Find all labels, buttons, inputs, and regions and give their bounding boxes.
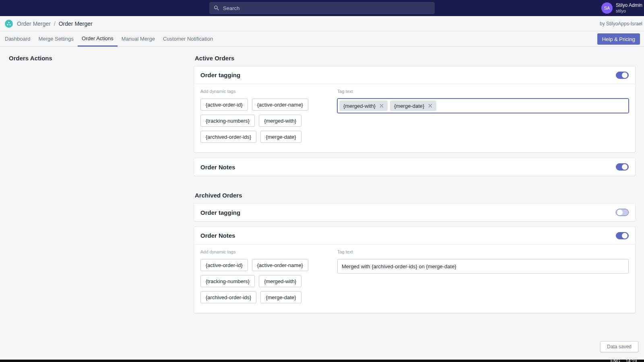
label-add-dynamic-tags: Add dynamic tags [200, 89, 321, 94]
search-icon [213, 5, 220, 11]
page-title: Orders Actions [9, 55, 182, 62]
label-tag-text: Tag text [337, 249, 629, 254]
card-archived-order-notes: Order Notes Add dynamic tags {active-ord… [194, 227, 635, 313]
tag-archived-order-ids[interactable]: {archived-order-ids} [200, 291, 256, 303]
user-name: Stilyo Admin [616, 3, 642, 8]
tab-order-actions[interactable]: Order Actions [78, 31, 118, 47]
toggle-active-notes[interactable] [616, 163, 629, 171]
help-pricing-button[interactable]: Help & Pricing [597, 33, 640, 45]
top-navbar: SA Stilyo Admin stilyo [0, 0, 644, 16]
token-merge-date: {merge-date} [390, 101, 436, 111]
tag-merged-with[interactable]: {merged-with} [259, 275, 301, 287]
close-icon[interactable] [378, 102, 385, 109]
tag-active-order-id[interactable]: {active-order-id} [200, 99, 248, 111]
toggle-active-tagging[interactable] [616, 72, 629, 79]
tag-merged-with[interactable]: {merged-with} [259, 115, 301, 127]
tag-text-input[interactable] [337, 259, 629, 274]
os-taskbar: ENG 14:19 [0, 360, 644, 362]
toggle-archived-notes[interactable] [616, 232, 629, 239]
card-active-order-notes: Order Notes [194, 158, 635, 176]
tag-tracking-numbers[interactable]: {tracking-numbers} [200, 275, 255, 287]
breadcrumb-row: Order Merger / Order Merger by StilyoApp… [0, 16, 644, 31]
card-active-order-tagging: Order tagging Add dynamic tags {active-o… [194, 66, 635, 152]
breadcrumb-current: Order Merger [59, 21, 93, 27]
card-title: Order Notes [200, 232, 235, 239]
tab-customer-notification[interactable]: Customer Notification [159, 31, 217, 47]
global-search[interactable] [209, 2, 435, 14]
tag-text-input[interactable]: {merged-with} {merge-date} [337, 99, 629, 113]
tab-dashboard[interactable]: Dashboard [5, 31, 35, 47]
user-menu[interactable]: SA Stilyo Admin stilyo [601, 0, 642, 16]
tag-active-order-id[interactable]: {active-order-id} [200, 259, 248, 271]
svg-point-2 [10, 24, 11, 25]
tag-active-order-name[interactable]: {active-order-name} [252, 259, 308, 271]
user-subtitle: stilyo [616, 8, 642, 14]
label-tag-text: Tag text [337, 89, 629, 94]
token-merged-with: {merged-with} [339, 101, 388, 111]
tag-merge-date[interactable]: {merge-date} [260, 131, 301, 143]
tag-archived-order-ids[interactable]: {archived-order-ids} [200, 131, 256, 143]
tag-merge-date[interactable]: {merge-date} [260, 291, 301, 303]
section-archived-orders: Archived Orders [194, 192, 635, 199]
search-input[interactable] [223, 5, 431, 11]
card-title: Order tagging [200, 209, 240, 216]
tab-merge-settings[interactable]: Merge Settings [35, 31, 78, 47]
breadcrumb: Order Merger / Order Merger [17, 21, 93, 27]
card-title: Order tagging [200, 72, 240, 78]
svg-point-0 [8, 22, 10, 23]
tab-row: Dashboard Merge Settings Order Actions M… [0, 31, 644, 47]
card-archived-order-tagging: Order tagging [194, 204, 635, 221]
card-title: Order Notes [200, 164, 235, 171]
avatar: SA [601, 2, 613, 14]
tab-manual-merge[interactable]: Manual Merge [118, 31, 159, 47]
taskbar-time: 14:19 [625, 358, 637, 362]
close-icon[interactable] [427, 102, 434, 109]
toast-data-saved: Data saved [600, 341, 638, 352]
taskbar-language[interactable]: ENG [611, 358, 620, 362]
tag-active-order-name[interactable]: {active-order-name} [252, 99, 308, 111]
toggle-archived-tagging[interactable] [616, 209, 629, 216]
tag-tracking-numbers[interactable]: {tracking-numbers} [200, 115, 255, 127]
app-logo-icon [5, 20, 13, 28]
section-active-orders: Active Orders [194, 55, 635, 62]
developer-byline: by StilyoApps-Israel [600, 21, 642, 27]
svg-point-1 [7, 24, 8, 25]
label-add-dynamic-tags: Add dynamic tags [200, 249, 321, 254]
breadcrumb-app[interactable]: Order Merger [17, 21, 51, 27]
